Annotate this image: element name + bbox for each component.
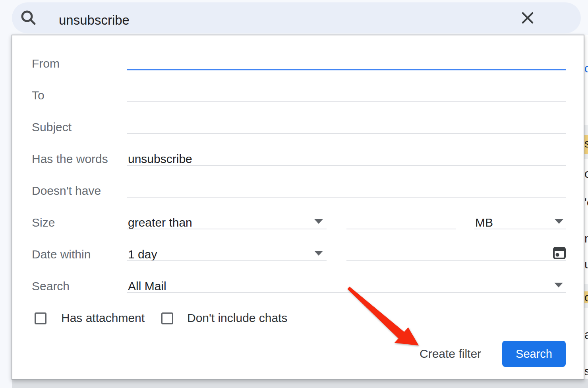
create-filter-button[interactable]: Create filter	[420, 346, 481, 362]
partial-glyph: 'e	[584, 196, 588, 209]
close-icon[interactable]	[520, 10, 536, 26]
scope-label: Search	[32, 279, 70, 293]
from-label: From	[32, 56, 60, 71]
background-email-list-sliver: d s o 'e n u o a s	[584, 35, 588, 378]
chevron-down-icon	[554, 283, 563, 287]
partial-glyph: a	[584, 328, 588, 341]
red-arrow-annotation	[340, 278, 427, 354]
subject-label: Subject	[32, 120, 72, 134]
partial-glyph: d	[584, 62, 588, 75]
has-attachment-checkbox[interactable]	[35, 312, 46, 324]
dont-include-chats-checkbox[interactable]	[161, 312, 173, 324]
chevron-down-icon	[314, 251, 323, 256]
partial-glyph: s	[584, 365, 588, 378]
date-within-label: Date within	[32, 247, 91, 262]
subject-input[interactable]	[127, 133, 566, 134]
from-input[interactable]	[127, 69, 566, 70]
size-unit-value: MB	[475, 215, 493, 230]
search-button-label: Search	[516, 348, 552, 360]
chevron-down-icon	[314, 219, 323, 224]
date-range-value: 1 day	[128, 247, 157, 262]
list-row-band	[584, 125, 588, 135]
has-attachment-label[interactable]: Has attachment	[61, 311, 145, 325]
page-background-band	[12, 379, 588, 388]
size-label: Size	[32, 215, 55, 230]
size-amount-input[interactable]	[346, 229, 456, 229]
doesnt-have-label: Doesn't have	[32, 184, 101, 198]
date-input[interactable]	[346, 260, 566, 261]
chevron-down-icon	[555, 219, 563, 224]
search-button[interactable]: Search	[502, 341, 566, 367]
has-words-input[interactable]	[127, 165, 566, 166]
date-range-dropdown[interactable]	[127, 260, 327, 261]
partial-glyph: n	[584, 232, 588, 245]
calendar-icon[interactable]	[553, 245, 566, 260]
has-words-value: unsubscribe	[128, 152, 192, 166]
size-operator-dropdown[interactable]	[127, 229, 327, 229]
size-unit-dropdown[interactable]	[474, 229, 566, 229]
search-bar[interactable]: unsubscribe	[12, 2, 581, 33]
partial-glyph: o	[584, 291, 588, 304]
to-label: To	[32, 88, 44, 103]
advanced-search-panel	[12, 35, 584, 380]
search-icon[interactable]	[19, 9, 37, 27]
partial-glyph: o	[584, 167, 588, 180]
dont-include-chats-label[interactable]: Don't include chats	[187, 311, 288, 325]
partial-glyph: s	[584, 137, 588, 150]
size-operator-value: greater than	[128, 215, 192, 230]
search-input[interactable]: unsubscribe	[59, 12, 130, 28]
partial-glyph: u	[584, 258, 588, 271]
list-row-band	[584, 154, 588, 159]
to-input[interactable]	[127, 101, 566, 102]
doesnt-have-input[interactable]	[127, 197, 566, 198]
scope-value: All Mail	[128, 279, 166, 293]
has-words-label: Has the words	[32, 152, 108, 166]
